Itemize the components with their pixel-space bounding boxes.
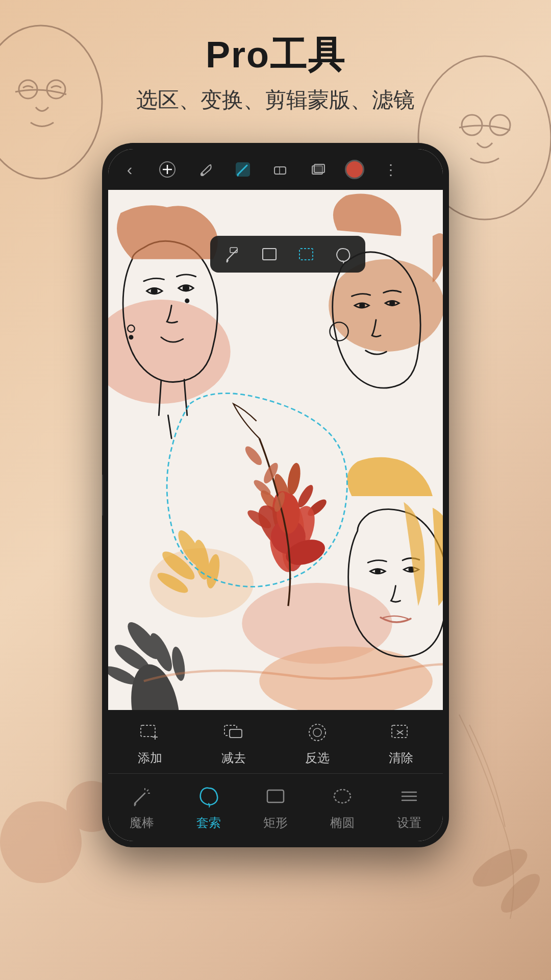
add-selection-label: 添加: [138, 750, 162, 766]
svg-point-57: [129, 335, 133, 339]
brush-button[interactable]: [232, 158, 254, 181]
magic-wand-label: 魔棒: [130, 815, 154, 831]
invert-selection-icon: [305, 720, 330, 745]
svg-rect-15: [274, 167, 286, 174]
svg-point-53: [151, 287, 158, 295]
svg-point-58: [359, 303, 365, 308]
magic-wand-icon: [129, 783, 155, 810]
wrench-button[interactable]: [194, 158, 216, 181]
svg-rect-82: [267, 790, 284, 802]
color-picker[interactable]: [345, 160, 364, 179]
rectangle-label: 矩形: [263, 815, 288, 831]
invert-selection-label: 反选: [305, 750, 330, 766]
fill-selection-icon[interactable]: [221, 243, 244, 265]
more-button[interactable]: ⋮: [380, 158, 402, 181]
main-title: Pro工具: [0, 31, 551, 80]
screen: ‹: [108, 149, 443, 841]
side-button: [102, 475, 103, 516]
svg-rect-18: [314, 164, 324, 173]
add-selection-action[interactable]: 添加: [108, 710, 192, 773]
svg-point-55: [185, 299, 189, 303]
subtract-selection-action[interactable]: 减去: [192, 710, 276, 773]
clear-selection-action[interactable]: 清除: [359, 710, 443, 773]
add-selection-icon: [138, 720, 162, 745]
svg-rect-21: [299, 249, 313, 260]
svg-rect-20: [263, 249, 276, 260]
svg-point-74: [313, 728, 321, 737]
clear-selection-icon: [389, 720, 413, 745]
dashed-rect-selection-icon[interactable]: [295, 243, 317, 265]
canvas-area[interactable]: [108, 190, 443, 710]
selection-actions: 添加 减去: [108, 710, 443, 774]
svg-point-59: [389, 300, 395, 306]
svg-point-73: [309, 724, 325, 741]
svg-point-13: [201, 173, 204, 176]
layers-button[interactable]: [307, 158, 330, 181]
back-button[interactable]: ‹: [118, 158, 141, 181]
sub-title: 选区、变换、剪辑蒙版、滤镜: [0, 86, 551, 114]
settings-label: 设置: [397, 815, 421, 831]
clear-selection-label: 清除: [389, 750, 413, 766]
toolbar: ‹: [108, 149, 443, 190]
bottom-panel: 添加 减去: [108, 710, 443, 841]
svg-rect-75: [392, 725, 407, 738]
lasso-icon: [195, 783, 222, 810]
lasso-tab[interactable]: 套索: [175, 774, 242, 841]
svg-point-83: [334, 790, 350, 803]
svg-line-78: [135, 793, 145, 803]
tool-tabs: 魔棒 套索: [108, 774, 443, 841]
rect-selection-icon[interactable]: [258, 243, 281, 265]
settings-icon: [396, 783, 422, 810]
lasso-label: 套索: [196, 815, 221, 831]
ellipse-label: 椭圆: [330, 815, 355, 831]
svg-point-61: [375, 569, 381, 574]
add-button[interactable]: [156, 158, 179, 181]
settings-tab[interactable]: 设置: [376, 774, 443, 841]
svg-rect-71: [230, 729, 242, 738]
ellipse-tab[interactable]: 椭圆: [309, 774, 376, 841]
svg-line-81: [147, 790, 148, 791]
subtract-selection-label: 减去: [221, 750, 246, 766]
svg-point-54: [183, 285, 190, 292]
title-area: Pro工具 选区、变换、剪辑蒙版、滤镜: [0, 31, 551, 114]
rectangle-icon: [262, 783, 289, 810]
ellipse-icon: [329, 783, 356, 810]
svg-point-5: [490, 115, 510, 135]
invert-selection-action[interactable]: 反选: [276, 710, 359, 773]
eraser-button[interactable]: [269, 158, 292, 181]
selection-menu: [210, 236, 365, 273]
phone-mockup: ‹: [102, 143, 449, 847]
subtract-selection-icon: [221, 720, 246, 745]
magic-wand-tab[interactable]: 魔棒: [108, 774, 175, 841]
rectangle-tab[interactable]: 矩形: [242, 774, 309, 841]
svg-rect-67: [141, 725, 155, 737]
lasso-selection-icon[interactable]: [332, 243, 354, 265]
